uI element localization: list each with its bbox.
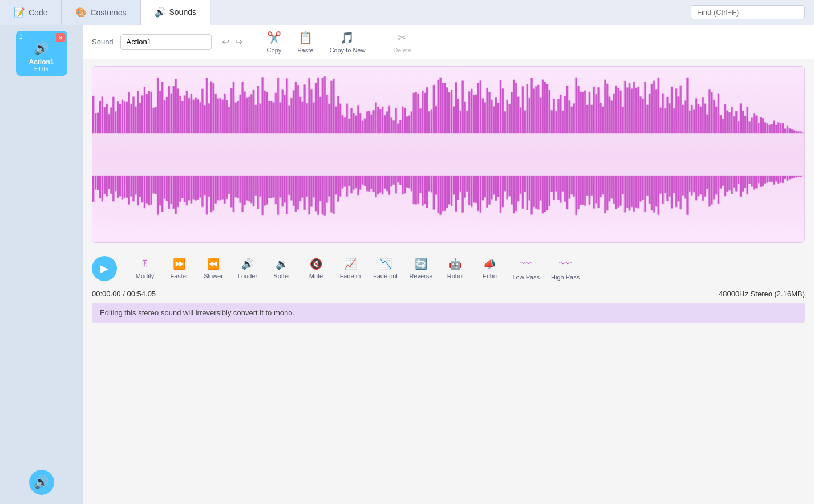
effect-louder[interactable]: 🔊 Louder [232, 255, 264, 282]
effect-slower[interactable]: ⏪ Slower [197, 255, 229, 282]
effect-sep-0 [125, 256, 125, 281]
delete-icon: ✂ [398, 31, 407, 44]
high-pass-icon: 〰 [559, 257, 572, 271]
reverse-label: Reverse [409, 273, 432, 279]
robot-icon: 🤖 [449, 258, 461, 270]
faster-icon: ⏩ [173, 258, 185, 270]
effect-high-pass[interactable]: 〰 High Pass [546, 254, 584, 283]
effect-low-pass[interactable]: 〰 Low Pass [508, 254, 544, 283]
code-icon: 📝 [14, 7, 25, 18]
tab-costumes-label: Costumes [90, 8, 126, 17]
slower-icon: ⏪ [207, 258, 220, 270]
tab-code-label: Code [29, 8, 47, 17]
undo-button[interactable]: ↩ [220, 34, 232, 50]
toolbar-divider [253, 31, 253, 54]
low-pass-icon: 〰 [520, 257, 532, 271]
copy-label: Copy [267, 47, 282, 54]
time-display: 00:00.00 / 00:54.05 48000Hz Stereo (2.16… [83, 287, 814, 300]
effect-reverse[interactable]: 🔄 Reverse [404, 255, 437, 282]
sidebar: 1 ✕ 🔊 Action1 54.05 🔊 [0, 25, 83, 504]
echo-label: Echo [483, 273, 497, 279]
effect-mute[interactable]: 🔇 Mute [300, 255, 332, 282]
modify-label: Modify [136, 273, 154, 279]
modify-icon: 🎚 [140, 258, 150, 270]
effect-modify[interactable]: 🎚 Modify [129, 256, 161, 282]
delete-card-button[interactable]: ✕ [56, 33, 65, 42]
toolbar-divider-2 [379, 31, 379, 54]
sound-name-input[interactable] [120, 34, 212, 50]
effect-faster[interactable]: ⏩ Faster [163, 255, 195, 282]
copy-to-new-button[interactable]: 🎵 Copy to New [323, 29, 371, 56]
mute-icon: 🔇 [310, 258, 322, 270]
content-area: Sound ↩ ↪ ✂️ Copy 📋 Paste 🎵 Copy to New [83, 25, 814, 504]
reverse-icon: 🔄 [415, 258, 427, 270]
add-icon: 🔊 [34, 475, 49, 490]
waveform-canvas [92, 67, 804, 242]
tab-sounds[interactable]: 🔊 Sounds [141, 0, 210, 25]
card-duration: 54.05 [34, 66, 48, 72]
copy-to-new-icon: 🎵 [340, 31, 354, 44]
card-name: Action1 [29, 58, 54, 66]
softer-icon: 🔉 [276, 258, 288, 270]
add-sound-button[interactable]: 🔊 [29, 470, 54, 495]
play-button[interactable]: ▶ [92, 256, 117, 281]
faster-label: Faster [170, 273, 188, 279]
main-layout: 1 ✕ 🔊 Action1 54.05 🔊 Sound ↩ ↪ ✂️ Copy [0, 25, 814, 504]
robot-label: Robot [447, 273, 464, 279]
copy-to-new-label: Copy to New [329, 47, 365, 54]
warning-bar: Editing this stereo sound will irreversi… [92, 303, 805, 323]
louder-label: Louder [238, 273, 257, 279]
paste-label: Paste [297, 47, 313, 54]
play-icon: ▶ [100, 262, 108, 275]
louder-icon: 🔊 [241, 258, 254, 270]
echo-icon: 📣 [483, 258, 496, 270]
copy-button[interactable]: ✂️ Copy [261, 29, 287, 56]
time-separator: / [123, 290, 125, 298]
warning-text: Editing this stereo sound will irreversi… [100, 308, 294, 317]
copy-icon: ✂️ [267, 31, 281, 44]
delete-label: Delete [393, 47, 411, 54]
search-input[interactable] [691, 5, 805, 19]
fade-in-label: Fade in [340, 273, 361, 279]
redo-button[interactable]: ↪ [233, 34, 245, 50]
low-pass-label: Low Pass [512, 274, 540, 281]
effect-fade-in[interactable]: 📈 Fade in [334, 255, 366, 282]
effect-fade-out[interactable]: 📉 Fade out [368, 255, 402, 282]
card-number: 1 [19, 33, 23, 40]
mute-label: Mute [309, 273, 323, 279]
delete-button[interactable]: ✂ Delete [387, 29, 417, 56]
paste-button[interactable]: 📋 Paste [291, 29, 319, 56]
fade-in-icon: 📈 [344, 258, 357, 270]
sound-label: Sound [92, 38, 114, 46]
time-total-value: 00:54.05 [127, 290, 156, 298]
softer-label: Softer [273, 273, 290, 279]
undo-redo-group: ↩ ↪ [220, 34, 245, 50]
fade-out-icon: 📉 [379, 258, 392, 270]
slower-label: Slower [204, 273, 223, 279]
time-current: 00:00.00 / 00:54.05 [92, 290, 156, 298]
time-current-value: 00:00.00 [92, 290, 121, 298]
waveform-container[interactable] [92, 66, 805, 243]
tab-sounds-label: Sounds [169, 7, 196, 17]
tab-costumes[interactable]: 🎨 Costumes [62, 0, 140, 25]
sounds-icon: 🔊 [155, 7, 166, 18]
high-pass-label: High Pass [551, 274, 580, 281]
tab-code[interactable]: 📝 Code [0, 0, 62, 25]
tab-bar: 📝 Code 🎨 Costumes 🔊 Sounds [0, 0, 814, 25]
bottom-controls: ▶ 🎚 Modify ⏩ Faster ⏪ Slower 🔊 Louder 🔉 [83, 250, 814, 287]
costumes-icon: 🎨 [75, 7, 87, 18]
time-info: 48000Hz Stereo (2.16MB) [719, 290, 805, 298]
effect-echo[interactable]: 📣 Echo [473, 255, 505, 282]
sound-card[interactable]: 1 ✕ 🔊 Action1 54.05 [16, 31, 67, 76]
effect-robot[interactable]: 🤖 Robot [439, 255, 471, 282]
toolbar: Sound ↩ ↪ ✂️ Copy 📋 Paste 🎵 Copy to New [83, 25, 814, 59]
card-speaker-icon: 🔊 [34, 41, 49, 56]
search-box [682, 0, 814, 25]
effect-softer[interactable]: 🔉 Softer [266, 255, 298, 282]
paste-icon: 📋 [298, 31, 313, 44]
fade-out-label: Fade out [373, 273, 398, 279]
